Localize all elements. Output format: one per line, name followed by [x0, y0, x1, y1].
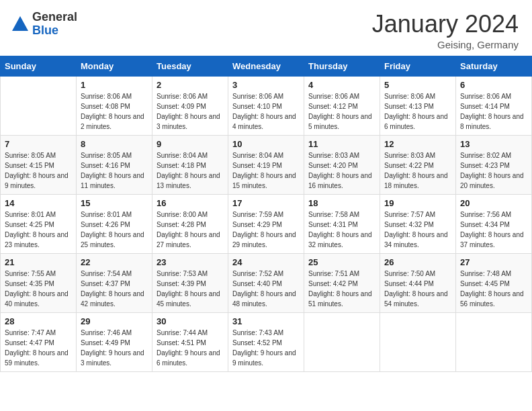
header: General Blue January 2024 Geising, Germa…	[0, 0, 532, 56]
col-wednesday: Wednesday	[228, 56, 304, 76]
day-number: 23	[157, 257, 224, 267]
calendar-cell: 30Sunrise: 7:44 AMSunset: 4:51 PMDayligh…	[152, 312, 228, 371]
svg-marker-0	[12, 16, 28, 31]
col-thursday: Thursday	[304, 56, 380, 76]
day-info: Sunrise: 7:48 AMSunset: 4:45 PMDaylight:…	[460, 269, 527, 309]
logo-icon	[11, 15, 30, 34]
day-info: Sunrise: 7:53 AMSunset: 4:39 PMDaylight:…	[157, 269, 224, 309]
day-info: Sunrise: 7:57 AMSunset: 4:32 PMDaylight:…	[384, 210, 451, 250]
calendar-cell: 18Sunrise: 7:58 AMSunset: 4:31 PMDayligh…	[304, 194, 380, 253]
day-number: 19	[384, 198, 451, 208]
day-info: Sunrise: 8:02 AMSunset: 4:23 PMDaylight:…	[460, 150, 527, 191]
day-info: Sunrise: 7:56 AMSunset: 4:34 PMDaylight:…	[460, 210, 527, 250]
day-number: 9	[157, 139, 224, 149]
month-year-title: January 2024	[372, 11, 519, 38]
calendar-cell: 24Sunrise: 7:52 AMSunset: 4:40 PMDayligh…	[228, 253, 304, 312]
day-info: Sunrise: 7:43 AMSunset: 4:52 PMDaylight:…	[232, 328, 300, 368]
day-number: 5	[384, 80, 451, 90]
week-row-5: 28Sunrise: 7:47 AMSunset: 4:47 PMDayligh…	[1, 312, 532, 371]
day-info: Sunrise: 7:47 AMSunset: 4:47 PMDaylight:…	[5, 328, 72, 368]
day-info: Sunrise: 8:06 AMSunset: 4:13 PMDaylight:…	[384, 91, 451, 132]
calendar-cell	[304, 312, 380, 371]
day-info: Sunrise: 8:06 AMSunset: 4:10 PMDaylight:…	[232, 91, 300, 132]
calendar-cell: 20Sunrise: 7:56 AMSunset: 4:34 PMDayligh…	[456, 194, 532, 253]
calendar-cell: 28Sunrise: 7:47 AMSunset: 4:47 PMDayligh…	[1, 312, 77, 371]
day-info: Sunrise: 8:06 AMSunset: 4:09 PMDaylight:…	[157, 91, 224, 132]
page: General Blue January 2024 Geising, Germa…	[0, 0, 532, 411]
calendar-cell: 29Sunrise: 7:46 AMSunset: 4:49 PMDayligh…	[77, 312, 152, 371]
day-info: Sunrise: 8:01 AMSunset: 4:25 PMDaylight:…	[5, 210, 72, 250]
day-number: 28	[5, 316, 72, 326]
day-number: 4	[308, 80, 375, 90]
day-number: 8	[81, 139, 148, 149]
calendar-cell: 17Sunrise: 7:59 AMSunset: 4:29 PMDayligh…	[228, 194, 304, 253]
day-number: 17	[232, 198, 300, 208]
day-number: 15	[81, 198, 148, 208]
week-row-2: 7Sunrise: 8:05 AMSunset: 4:15 PMDaylight…	[1, 135, 532, 194]
col-sunday: Sunday	[1, 56, 77, 76]
calendar-cell: 14Sunrise: 8:01 AMSunset: 4:25 PMDayligh…	[1, 194, 77, 253]
header-row: Sunday Monday Tuesday Wednesday Thursday…	[1, 56, 532, 76]
day-number: 1	[81, 80, 148, 90]
calendar-cell: 11Sunrise: 8:03 AMSunset: 4:20 PMDayligh…	[304, 135, 380, 194]
title-block: January 2024 Geising, Germany	[372, 11, 519, 50]
calendar-cell	[380, 312, 456, 371]
day-number: 11	[308, 139, 375, 149]
day-info: Sunrise: 8:04 AMSunset: 4:19 PMDaylight:…	[232, 150, 300, 191]
day-info: Sunrise: 8:04 AMSunset: 4:18 PMDaylight:…	[157, 150, 224, 191]
calendar-cell: 10Sunrise: 8:04 AMSunset: 4:19 PMDayligh…	[228, 135, 304, 194]
col-monday: Monday	[77, 56, 152, 76]
calendar-cell: 2Sunrise: 8:06 AMSunset: 4:09 PMDaylight…	[152, 76, 228, 135]
col-tuesday: Tuesday	[152, 56, 228, 76]
day-number: 30	[157, 316, 224, 326]
day-number: 27	[460, 257, 527, 267]
calendar-cell: 5Sunrise: 8:06 AMSunset: 4:13 PMDaylight…	[380, 76, 456, 135]
col-friday: Friday	[380, 56, 456, 76]
calendar-cell: 12Sunrise: 8:03 AMSunset: 4:22 PMDayligh…	[380, 135, 456, 194]
day-info: Sunrise: 7:46 AMSunset: 4:49 PMDaylight:…	[81, 328, 148, 368]
col-saturday: Saturday	[456, 56, 532, 76]
day-info: Sunrise: 7:55 AMSunset: 4:35 PMDaylight:…	[5, 269, 72, 309]
day-info: Sunrise: 8:05 AMSunset: 4:15 PMDaylight:…	[5, 150, 72, 191]
day-info: Sunrise: 7:59 AMSunset: 4:29 PMDaylight:…	[232, 210, 300, 250]
week-row-3: 14Sunrise: 8:01 AMSunset: 4:25 PMDayligh…	[1, 194, 532, 253]
calendar-cell: 22Sunrise: 7:54 AMSunset: 4:37 PMDayligh…	[77, 253, 152, 312]
calendar-cell: 13Sunrise: 8:02 AMSunset: 4:23 PMDayligh…	[456, 135, 532, 194]
logo-text: General Blue	[32, 11, 77, 38]
day-number: 20	[460, 198, 527, 208]
location-subtitle: Geising, Germany	[372, 39, 519, 50]
week-row-4: 21Sunrise: 7:55 AMSunset: 4:35 PMDayligh…	[1, 253, 532, 312]
day-info: Sunrise: 7:51 AMSunset: 4:42 PMDaylight:…	[308, 269, 375, 309]
day-number: 26	[384, 257, 451, 267]
calendar-cell: 19Sunrise: 7:57 AMSunset: 4:32 PMDayligh…	[380, 194, 456, 253]
calendar-cell: 25Sunrise: 7:51 AMSunset: 4:42 PMDayligh…	[304, 253, 380, 312]
day-number: 2	[157, 80, 224, 90]
day-info: Sunrise: 7:50 AMSunset: 4:44 PMDaylight:…	[384, 269, 451, 309]
day-number: 6	[460, 80, 527, 90]
day-number: 12	[384, 139, 451, 149]
calendar-cell: 31Sunrise: 7:43 AMSunset: 4:52 PMDayligh…	[228, 312, 304, 371]
calendar-cell: 16Sunrise: 8:00 AMSunset: 4:28 PMDayligh…	[152, 194, 228, 253]
calendar-cell: 15Sunrise: 8:01 AMSunset: 4:26 PMDayligh…	[77, 194, 152, 253]
day-info: Sunrise: 8:06 AMSunset: 4:08 PMDaylight:…	[81, 91, 148, 132]
day-number: 18	[308, 198, 375, 208]
logo-blue: Blue	[32, 24, 77, 38]
day-info: Sunrise: 8:06 AMSunset: 4:12 PMDaylight:…	[308, 91, 375, 132]
calendar-cell: 7Sunrise: 8:05 AMSunset: 4:15 PMDaylight…	[1, 135, 77, 194]
calendar-cell: 27Sunrise: 7:48 AMSunset: 4:45 PMDayligh…	[456, 253, 532, 312]
calendar-cell: 21Sunrise: 7:55 AMSunset: 4:35 PMDayligh…	[1, 253, 77, 312]
day-info: Sunrise: 8:06 AMSunset: 4:14 PMDaylight:…	[460, 91, 527, 132]
day-info: Sunrise: 7:54 AMSunset: 4:37 PMDaylight:…	[81, 269, 148, 309]
logo: General Blue	[11, 11, 77, 38]
calendar-table: Sunday Monday Tuesday Wednesday Thursday…	[0, 56, 532, 372]
day-info: Sunrise: 8:03 AMSunset: 4:20 PMDaylight:…	[308, 150, 375, 191]
calendar-cell: 26Sunrise: 7:50 AMSunset: 4:44 PMDayligh…	[380, 253, 456, 312]
calendar-cell: 3Sunrise: 8:06 AMSunset: 4:10 PMDaylight…	[228, 76, 304, 135]
day-number: 22	[81, 257, 148, 267]
calendar-cell: 8Sunrise: 8:05 AMSunset: 4:16 PMDaylight…	[77, 135, 152, 194]
day-info: Sunrise: 8:01 AMSunset: 4:26 PMDaylight:…	[81, 210, 148, 250]
day-number: 14	[5, 198, 72, 208]
day-number: 13	[460, 139, 527, 149]
calendar-cell	[456, 312, 532, 371]
day-info: Sunrise: 8:00 AMSunset: 4:28 PMDaylight:…	[157, 210, 224, 250]
